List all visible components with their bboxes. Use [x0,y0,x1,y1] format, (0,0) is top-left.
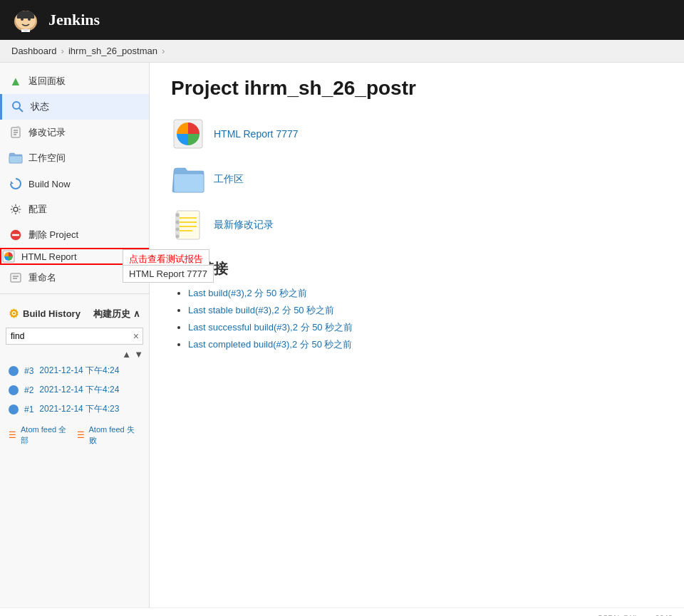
build-dot-1 [9,404,19,414]
related-link-2[interactable]: Last successful build(#3),2 分 50 秒之前 [188,322,353,333]
build-history-label: Build History [23,308,81,319]
breadcrumb-project[interactable]: ihrm_sh_26_postman [68,46,157,56]
project-link-changes[interactable]: 最新修改记录 [171,208,663,242]
build-dot-2 [9,385,19,395]
sidebar-label-delete: 删除 Project [28,229,78,241]
sidebar-label-workspace: 工作空间 [28,152,66,165]
sidebar-item-changes[interactable]: 修改记录 [0,120,149,145]
html-report-icon [1,249,16,263]
build-link-2[interactable]: #2 [24,385,33,395]
project-link-workspace-label[interactable]: 工作区 [214,173,244,186]
atom-feed-fail-link[interactable]: Atom feed 失败 [89,424,141,446]
related-links-list: Last build(#3),2 分 50 秒之前 Last stable bu… [171,287,663,351]
build-history-subtitle: 构建历史 [93,308,130,320]
up-arrow-icon: ▲ [9,74,23,88]
atom-feed-all-link[interactable]: Atom feed 全部 [21,424,73,446]
atom-feed-bar: ☰ Atom feed 全部 ☰ Atom feed 失败 [0,419,149,451]
header: Jenkins [0,0,684,40]
breadcrumb: Dashboard › ihrm_sh_26_postman › [0,40,684,63]
svg-rect-12 [9,156,22,163]
svg-point-34 [176,235,180,239]
project-link-html-report-label[interactable]: HTML Report 7777 [214,128,299,140]
sidebar-label-rename: 重命名 [28,271,56,284]
related-links-section: 相关链接 Last build(#3),2 分 50 秒之前 Last stab… [171,259,663,351]
related-link-item-0: Last build(#3),2 分 50 秒之前 [188,287,663,300]
build-item-1: #1 2021-12-14 下午4:23 [0,400,149,419]
related-link-item-3: Last completed build(#3),2 分 50 秒之前 [188,338,663,351]
related-links-title: 相关链接 [171,259,663,278]
folder-icon [9,151,23,165]
build-search-wrapper: × [6,328,143,345]
svg-point-5 [13,102,20,109]
app-title: Jenkins [48,11,100,29]
build-date-1: 2021-12-14 下午4:23 [39,403,119,415]
build-history-header: ⚙ Build History 构建历史 ∧ [0,303,149,325]
build-search-clear[interactable]: × [133,330,139,342]
gear-icon [9,202,23,216]
notepad-large-icon [171,208,205,242]
build-item-3: #3 2021-12-14 下午4:24 [0,361,149,380]
project-link-changes-label[interactable]: 最新修改记录 [214,219,274,231]
sidebar-label-html-report: HTML Report [21,251,77,262]
related-link-item-1: Last stable build(#3),2 分 50 秒之前 [188,304,663,317]
sidebar-item-status[interactable]: 状态 [0,94,149,120]
sidebar-item-build-now[interactable]: Build Now [0,171,149,197]
build-search-input[interactable] [6,328,143,345]
build-history-title: ⚙ Build History [9,307,81,320]
project-link-html-report[interactable]: HTML Report 7777 [171,117,663,151]
sidebar-item-html-report[interactable]: HTML Report 点击查看测试报告 HTML Report 7777 [0,248,149,265]
sidebar-item-workspace[interactable]: 工作空间 [0,145,149,171]
sidebar-item-configure[interactable]: 配置 [0,197,149,222]
project-link-workspace[interactable]: 工作区 [171,162,663,197]
related-link-item-2: Last successful build(#3),2 分 50 秒之前 [188,321,663,334]
notepad-icon [9,125,23,140]
rename-icon [9,271,23,285]
main-layout: ▲ 返回面板 状态 修改记录 [0,63,684,607]
sidebar-item-delete[interactable]: 删除 Project [0,222,149,248]
svg-point-14 [14,207,18,212]
breadcrumb-sep-2: › [162,46,165,56]
breadcrumb-dashboard[interactable]: Dashboard [11,46,57,56]
breadcrumb-sep-1: › [61,46,64,56]
svg-point-33 [176,228,180,231]
sidebar-label-back: 返回面板 [28,75,66,88]
svg-rect-24 [174,174,204,192]
build-date-3: 2021-12-14 下午4:24 [39,365,119,377]
folder-large-icon [171,162,205,197]
build-link-3[interactable]: #3 [24,366,33,376]
html-report-large-icon [171,117,205,151]
build-item-2: #2 2021-12-14 下午4:24 [0,380,149,400]
project-links: HTML Report 7777 工作区 [171,117,663,242]
sidebar-item-back[interactable]: ▲ 返回面板 [0,68,149,94]
scroll-up-arrow-icon[interactable]: ▲ [122,349,131,360]
svg-line-6 [19,108,23,112]
atom-icon-1: ☰ [9,430,16,440]
build-dot-3 [9,366,19,376]
content-area: Project ihrm_sh_26_postr HTML Report 777… [150,63,684,607]
sidebar: ▲ 返回面板 状态 修改记录 [0,63,150,607]
svg-point-31 [176,214,180,217]
refresh-icon [9,177,23,191]
atom-icon-2: ☰ [77,430,85,440]
related-link-0[interactable]: Last build(#3),2 分 50 秒之前 [188,288,307,298]
scroll-down-arrow-icon[interactable]: ▼ [134,349,143,360]
sidebar-label-changes: 修改记录 [28,126,66,139]
sidebar-separator [0,293,149,294]
sidebar-label-build-now: Build Now [28,179,71,189]
build-history-section: ⚙ Build History 构建历史 ∧ × ▲ ▼ #3 2 [0,297,149,457]
sidebar-label-configure: 配置 [28,203,47,216]
related-link-3[interactable]: Last completed build(#3),2 分 50 秒之前 [188,339,353,350]
html-report-popup[interactable]: HTML Report 7777 [123,265,214,283]
build-link-1[interactable]: #1 [24,404,33,414]
magnifier-icon [11,100,25,114]
jenkins-logo [11,6,40,34]
build-history-chevron-icon: ∧ [133,308,140,319]
svg-point-32 [176,221,180,224]
build-date-2: 2021-12-14 下午4:24 [39,384,119,396]
gear-yellow-icon: ⚙ [9,307,19,320]
svg-rect-19 [11,273,21,282]
svg-marker-13 [11,181,14,184]
footer: CSDN @Xiaowu2048 [0,607,684,616]
svg-rect-25 [177,211,200,239]
related-link-1[interactable]: Last stable build(#3),2 分 50 秒之前 [188,305,334,315]
